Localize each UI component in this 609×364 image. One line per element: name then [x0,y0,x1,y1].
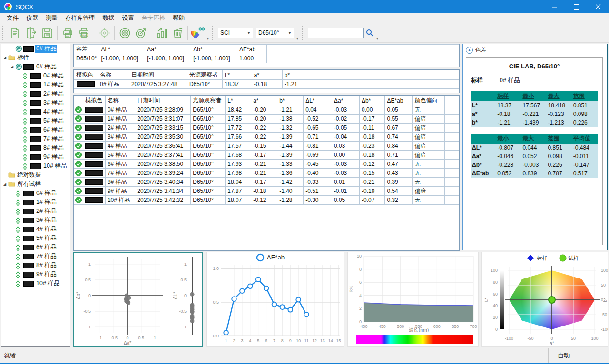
tree-item[interactable]: 0# 样品 [1,189,70,198]
tree-item[interactable]: 0# 样品 [1,44,70,53]
tree-item[interactable]: 8# 样品 [1,261,70,270]
spectral-chart-panel[interactable]: 0246810400450500550600650700波长(nm)R% [347,252,479,347]
tree-item[interactable]: 6# 样品 [1,243,70,252]
column-header[interactable]: Δa* [145,45,191,54]
search-icon[interactable] [364,25,375,41]
column-header[interactable]: 名称 [105,96,135,105]
menu-item-帮助[interactable]: 帮助 [169,13,189,23]
column-header[interactable] [266,45,459,54]
tree-item[interactable]: 3# 样品 [1,98,70,107]
table-row[interactable]: 10# 样品2020/7/25 3:42:32D65/10°18.07-0.12… [74,196,459,205]
column-header[interactable]: 日期时间 [135,96,191,105]
column-header[interactable]: L* [222,70,252,80]
toolbar-grip[interactable] [302,26,304,40]
menu-item-存样库管理[interactable]: 存样库管理 [61,13,99,23]
column-header[interactable]: a* [251,96,277,105]
column-header[interactable]: b* [277,96,304,105]
tree-expander-icon[interactable]: ◢ [10,65,15,69]
menu-item-色卡匹检[interactable]: 色卡匹检 [138,13,169,23]
column-header[interactable]: 光源观察者 [187,70,222,80]
column-header[interactable]: ΔE*ab [385,96,413,105]
trash-icon[interactable] [169,25,186,41]
table-row[interactable]: 0# 样品2020/7/25 3:27:48D65/10°18.37-0.18-… [74,80,459,89]
column-header[interactable]: ΔL* [304,96,332,105]
tree-item[interactable]: 4# 样品 [1,225,70,234]
close-button[interactable] [587,0,609,13]
table-row[interactable]: 9# 样品2020/7/25 3:41:34D65/10°17.87-0.18-… [74,187,459,196]
tree-item[interactable]: 3# 样品 [1,216,70,225]
tree-item[interactable]: 6# 样品 [1,125,70,134]
dart-icon[interactable] [133,25,149,41]
toolbar-overflow-icon[interactable]: ▾ [376,37,378,41]
minimize-button[interactable] [543,0,565,13]
auto-mode-button[interactable]: 自动 [548,348,579,363]
illuminant-dropdown[interactable]: D65/10°▼ [256,28,294,38]
tree-item[interactable]: 2# 样品 [1,89,70,98]
table-row[interactable]: 8# 样品2020/7/25 3:40:34D65/10°18.04-0.17-… [74,178,459,187]
crosshair-icon[interactable] [96,25,112,41]
target-icon[interactable] [117,25,133,41]
column-header[interactable]: Δb* [191,45,237,54]
menu-item-仪器[interactable]: 仪器 [22,13,42,23]
column-header[interactable]: 名称 [98,70,129,80]
print-word-icon[interactable]: Word [76,25,92,41]
export-icon[interactable] [23,25,39,41]
mode-dropdown[interactable]: SCI▼ [218,28,253,38]
column-header[interactable]: L* [226,96,251,105]
print-icon[interactable] [59,25,76,41]
tree-item[interactable]: 绝对数据 [1,171,70,180]
maximize-button[interactable] [565,0,587,13]
tree-item[interactable]: 0# 样品 [1,71,70,80]
table-row[interactable]: 7# 样品2020/7/25 3:39:24D65/10°17.98-0.21-… [74,169,459,178]
column-header[interactable]: ΔE*ab [237,45,267,54]
column-header[interactable]: 颜色偏向 [413,96,444,105]
column-header[interactable]: a* [252,70,282,80]
table-row[interactable]: 4# 样品2020/7/25 3:36:41D65/10°17.57-0.15-… [74,142,459,151]
search-input[interactable] [308,28,364,38]
tree-item[interactable]: 2# 样品 [1,207,70,216]
toolbar-grip[interactable] [2,26,5,40]
toolbar-grip[interactable] [212,26,215,40]
table-row[interactable]: D65/10°[-1.000, 1.000][-1.000, 1.000][-1… [74,54,459,63]
column-header[interactable]: 日期时间 [129,70,187,80]
menu-item-数据[interactable]: 数据 [99,13,118,23]
column-header[interactable]: ΔL* [99,45,145,54]
table-row[interactable]: 3# 样品2020/7/25 3:35:30D65/10°17.66-0.22-… [74,133,459,142]
tree-item[interactable]: 7# 样品 [1,252,70,261]
column-header[interactable]: Δa* [332,96,359,105]
scatter-chart-panel[interactable]: -1-1-0.5-0.5000.50.511Δa*Δb*-1-0.500.51Δ… [73,252,203,347]
new-document-icon[interactable] [7,25,23,41]
column-header[interactable]: 模拟色 [83,96,105,105]
tree-item[interactable]: ◢0# 样品 [1,62,70,71]
tree-expander-icon[interactable]: ◢ [3,56,8,60]
deltae-chart-panel[interactable]: 0.00.51.0123456789101112131415ΔE*ab [206,252,344,347]
table-row[interactable]: 0# 样品2020/7/25 3:28:09D65/10°18.42-0.20-… [74,105,459,115]
tree-item[interactable]: 9# 样品 [1,153,70,162]
toolbar-overflow-icon[interactable]: ▾ [296,37,298,41]
toolbar-overflow-icon[interactable]: ▾ [207,37,209,41]
menu-item-设置[interactable]: 设置 [118,13,138,23]
tree-item[interactable]: 9# 样品 [1,270,70,279]
menu-item-测量[interactable]: 测量 [42,13,61,23]
save-icon[interactable] [39,25,55,41]
tree-item[interactable]: 5# 样品 [1,116,70,125]
tree-item[interactable]: 10# 样品 [1,162,70,171]
table-row[interactable]: 5# 样品2020/7/25 3:37:41D65/10°17.68-0.17-… [74,151,459,160]
tree-item[interactable]: 1# 样品 [1,198,70,207]
column-header[interactable]: 容差 [74,45,99,54]
column-header[interactable]: Δb* [360,96,385,105]
tree-item[interactable]: 4# 样品 [1,107,70,116]
tree-item[interactable]: ◢所有试样 [1,180,70,189]
collapse-chevron-icon[interactable]: ▲ [466,47,473,54]
column-header[interactable]: b* [282,70,313,80]
column-header[interactable] [74,96,83,105]
menu-item-文件[interactable]: 文件 [3,13,22,23]
gamut-chart-panel[interactable]: -100-50050100a*100500-50-100b*1008060402… [481,252,608,347]
color-search-icon[interactable] [190,25,206,41]
tree-item[interactable]: 5# 样品 [1,234,70,243]
tree-item[interactable]: 7# 样品 [1,134,70,144]
column-header[interactable]: 光源观察者 [191,96,226,105]
chart-icon[interactable] [153,25,169,41]
tree-item[interactable]: 8# 样品 [1,144,70,153]
tree-expander-icon[interactable]: ◢ [3,182,8,186]
